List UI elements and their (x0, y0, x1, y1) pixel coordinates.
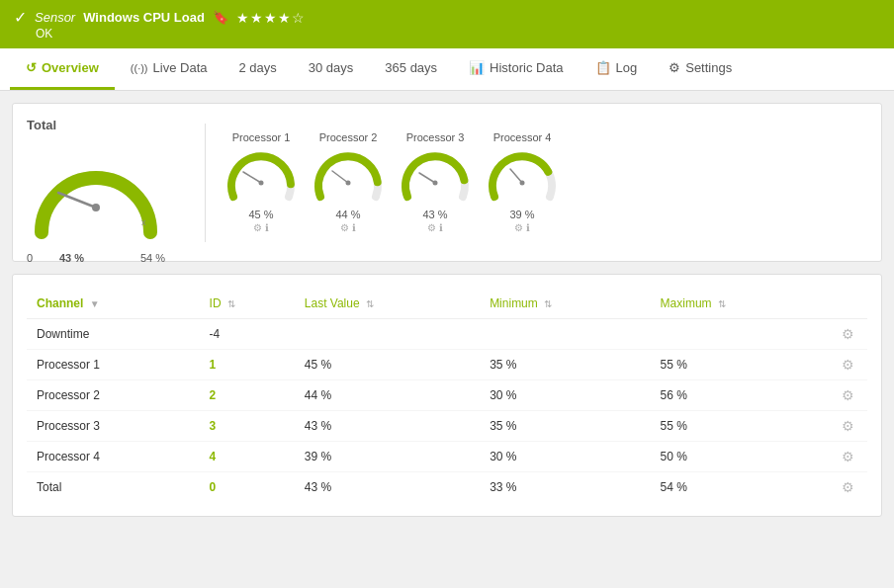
processor2-label: Processor 2 (319, 131, 378, 143)
cell-id-4: 4 (200, 442, 295, 472)
processor1-settings[interactable]: ⚙ ℹ (253, 222, 269, 233)
processor3-value: 43 % (422, 209, 447, 220)
tab-30days-label: 30 days (309, 60, 354, 75)
tab-2days-label: 2 days (238, 60, 276, 75)
cell-gear-3[interactable]: ⚙ (828, 411, 867, 442)
cell-gear-4[interactable]: ⚙ (828, 442, 867, 472)
main-content: Total x 0 43 % 54 % (0, 91, 894, 529)
cell-channel-5: Total (27, 472, 200, 503)
tab-live-data[interactable]: ((·)) Live Data (115, 48, 224, 90)
tab-365days-label: 365 days (385, 60, 437, 75)
tab-log[interactable]: 📋 Log (580, 48, 654, 90)
cell-max-0 (651, 319, 828, 350)
col-header-minimum[interactable]: Minimum ⇅ (480, 289, 650, 319)
svg-point-10 (520, 181, 525, 186)
header: ✓ Sensor Windows CPU Load 🔖 ★★★★☆ OK (0, 0, 894, 48)
section-divider (205, 124, 206, 242)
cell-max-2: 56 % (651, 380, 828, 411)
svg-line-3 (243, 172, 261, 183)
tab-historic-data[interactable]: 📊 Historic Data (453, 48, 579, 90)
processor-gauges: Processor 1 45 % ⚙ ℹ Processor 2 (225, 131, 867, 233)
table-row: Processor 1 1 45 % 35 % 55 % ⚙ (27, 350, 867, 380)
processor1-value: 45 % (248, 209, 273, 220)
tab-overview-label: Overview (42, 60, 99, 75)
tab-2days[interactable]: 2 days (223, 48, 292, 90)
table-row: Processor 4 4 39 % 30 % 50 % ⚙ (27, 442, 867, 472)
cell-max-5: 54 % (651, 472, 828, 503)
processor1-label: Processor 1 (232, 131, 291, 143)
info-icon-p2[interactable]: ℹ (352, 222, 356, 233)
processor3-label: Processor 3 (406, 131, 465, 143)
overview-icon: ↺ (26, 60, 37, 75)
total-gauge-value: 43 % (59, 252, 84, 264)
processor4-label: Processor 4 (493, 131, 552, 143)
cell-channel-2: Processor 2 (27, 380, 200, 411)
processor3-gauge (400, 147, 471, 207)
cell-lastval-4: 39 % (295, 442, 480, 472)
cell-lastval-5: 43 % (295, 472, 480, 503)
tab-overview[interactable]: ↺ Overview (10, 48, 115, 90)
col-header-maximum[interactable]: Maximum ⇅ (651, 289, 828, 319)
tab-365days[interactable]: 365 days (369, 48, 453, 90)
gear-icon-p2[interactable]: ⚙ (340, 222, 349, 233)
processor4-settings[interactable]: ⚙ ℹ (514, 222, 530, 233)
svg-text:x: x (141, 217, 146, 227)
cell-channel-1: Processor 1 (27, 350, 200, 380)
cell-id-1: 1 (200, 350, 295, 380)
svg-point-4 (259, 181, 264, 186)
log-icon: 📋 (595, 60, 611, 75)
cell-channel-3: Processor 3 (27, 411, 200, 442)
col-header-id[interactable]: ID ⇅ (200, 289, 295, 319)
settings-icon: ⚙ (669, 60, 680, 75)
cell-gear-0[interactable]: ⚙ (828, 319, 867, 350)
gear-icon-p1[interactable]: ⚙ (253, 222, 262, 233)
gear-icon-p3[interactable]: ⚙ (427, 222, 436, 233)
cell-channel-4: Processor 4 (27, 442, 200, 472)
col-header-channel[interactable]: Channel ▼ (27, 289, 200, 319)
total-gauge-labels: 0 43 % 54 % (27, 252, 165, 264)
tab-30days[interactable]: 30 days (293, 48, 370, 90)
gauges-panel: Total x 0 43 % 54 % (12, 103, 882, 262)
svg-point-1 (92, 204, 100, 211)
info-icon-p1[interactable]: ℹ (265, 222, 269, 233)
table-header-row: Channel ▼ ID ⇅ Last Value ⇅ Minimum ⇅ (27, 289, 867, 319)
processor1-gauge-item: Processor 1 45 % ⚙ ℹ (225, 131, 297, 233)
cell-channel-0: Downtime (27, 319, 200, 350)
info-icon-p3[interactable]: ℹ (439, 222, 443, 233)
total-gauge-min: 0 (27, 252, 33, 264)
cell-id-2: 2 (200, 380, 295, 411)
total-gauge: x 0 43 % 54 % (27, 138, 165, 247)
cell-min-5: 33 % (480, 472, 650, 503)
sort-icon-channel: ▼ (90, 298, 100, 309)
tab-live-data-label: Live Data (153, 60, 208, 75)
sensor-name: Windows CPU Load (83, 10, 205, 25)
col-header-actions (828, 289, 867, 319)
tab-settings[interactable]: ⚙ Settings (653, 48, 748, 90)
processor2-settings[interactable]: ⚙ ℹ (340, 222, 356, 233)
cell-gear-2[interactable]: ⚙ (828, 380, 867, 411)
table-row: Downtime -4 ⚙ (27, 319, 867, 350)
processor3-settings[interactable]: ⚙ ℹ (427, 222, 443, 233)
col-header-last-value[interactable]: Last Value ⇅ (295, 289, 480, 319)
processor2-value: 44 % (335, 209, 360, 220)
processor1-gauge (225, 147, 297, 207)
tab-historic-label: Historic Data (490, 60, 563, 75)
cell-gear-5[interactable]: ⚙ (828, 472, 867, 503)
gear-icon-p4[interactable]: ⚙ (514, 222, 523, 233)
sort-icon-max: ⇅ (718, 298, 726, 309)
info-icon-p4[interactable]: ℹ (526, 222, 530, 233)
header-left: ✓ Sensor Windows CPU Load 🔖 ★★★★☆ OK (14, 8, 306, 41)
total-section: Total x 0 43 % 54 % (27, 118, 185, 247)
cell-max-1: 55 % (651, 350, 828, 380)
cell-min-0 (480, 319, 650, 350)
cell-id-0: -4 (200, 319, 295, 350)
table-row: Total 0 43 % 33 % 54 % ⚙ (27, 472, 867, 503)
star-rating[interactable]: ★★★★☆ (236, 10, 306, 26)
cell-lastval-0 (295, 319, 480, 350)
cell-max-3: 55 % (651, 411, 828, 442)
cell-id-3: 3 (200, 411, 295, 442)
svg-point-8 (433, 181, 438, 186)
total-label: Total (27, 118, 56, 132)
check-icon: ✓ (14, 8, 27, 27)
cell-gear-1[interactable]: ⚙ (828, 350, 867, 380)
